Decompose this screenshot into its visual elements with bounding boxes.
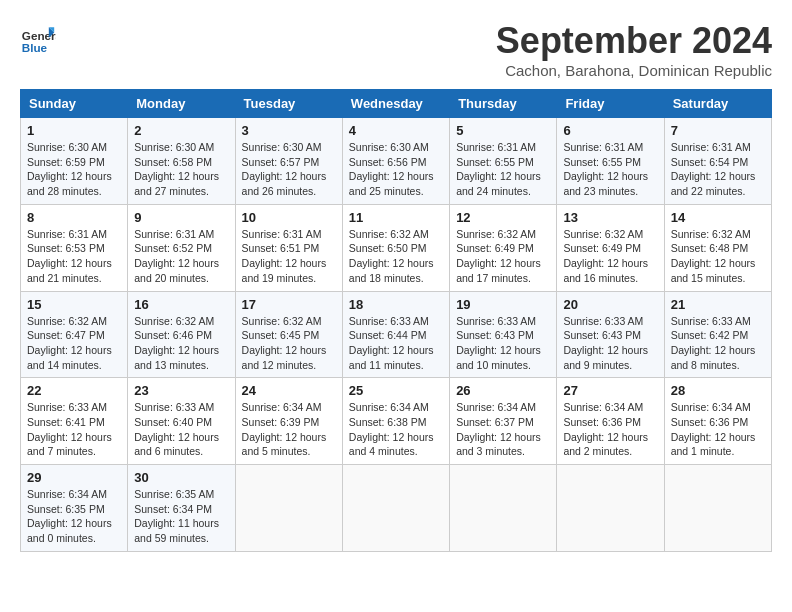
day-number: 9 [134, 210, 228, 225]
day-number: 15 [27, 297, 121, 312]
day-number: 24 [242, 383, 336, 398]
calendar-cell: 18Sunrise: 6:33 AM Sunset: 6:44 PM Dayli… [342, 291, 449, 378]
calendar-cell: 7Sunrise: 6:31 AM Sunset: 6:54 PM Daylig… [664, 118, 771, 205]
day-number: 26 [456, 383, 550, 398]
calendar-cell: 16Sunrise: 6:32 AM Sunset: 6:46 PM Dayli… [128, 291, 235, 378]
day-number: 11 [349, 210, 443, 225]
logo-icon: General Blue [20, 20, 56, 56]
day-number: 28 [671, 383, 765, 398]
calendar-table: SundayMondayTuesdayWednesdayThursdayFrid… [20, 89, 772, 552]
calendar-cell: 8Sunrise: 6:31 AM Sunset: 6:53 PM Daylig… [21, 204, 128, 291]
calendar-cell: 10Sunrise: 6:31 AM Sunset: 6:51 PM Dayli… [235, 204, 342, 291]
day-info: Sunrise: 6:30 AM Sunset: 6:58 PM Dayligh… [134, 140, 228, 199]
calendar-cell: 5Sunrise: 6:31 AM Sunset: 6:55 PM Daylig… [450, 118, 557, 205]
day-number: 6 [563, 123, 657, 138]
calendar-cell: 24Sunrise: 6:34 AM Sunset: 6:39 PM Dayli… [235, 378, 342, 465]
day-info: Sunrise: 6:31 AM Sunset: 6:55 PM Dayligh… [563, 140, 657, 199]
logo: General Blue [20, 20, 56, 56]
day-number: 10 [242, 210, 336, 225]
day-info: Sunrise: 6:34 AM Sunset: 6:36 PM Dayligh… [563, 400, 657, 459]
calendar-cell: 9Sunrise: 6:31 AM Sunset: 6:52 PM Daylig… [128, 204, 235, 291]
day-number: 2 [134, 123, 228, 138]
day-info: Sunrise: 6:33 AM Sunset: 6:41 PM Dayligh… [27, 400, 121, 459]
day-number: 13 [563, 210, 657, 225]
day-info: Sunrise: 6:34 AM Sunset: 6:39 PM Dayligh… [242, 400, 336, 459]
day-info: Sunrise: 6:30 AM Sunset: 6:56 PM Dayligh… [349, 140, 443, 199]
day-number: 21 [671, 297, 765, 312]
svg-text:Blue: Blue [22, 41, 48, 54]
day-number: 12 [456, 210, 550, 225]
day-info: Sunrise: 6:33 AM Sunset: 6:42 PM Dayligh… [671, 314, 765, 373]
calendar-cell [342, 465, 449, 552]
calendar-cell: 22Sunrise: 6:33 AM Sunset: 6:41 PM Dayli… [21, 378, 128, 465]
calendar-cell: 23Sunrise: 6:33 AM Sunset: 6:40 PM Dayli… [128, 378, 235, 465]
day-info: Sunrise: 6:31 AM Sunset: 6:53 PM Dayligh… [27, 227, 121, 286]
calendar-cell: 11Sunrise: 6:32 AM Sunset: 6:50 PM Dayli… [342, 204, 449, 291]
calendar-cell: 6Sunrise: 6:31 AM Sunset: 6:55 PM Daylig… [557, 118, 664, 205]
day-info: Sunrise: 6:35 AM Sunset: 6:34 PM Dayligh… [134, 487, 228, 546]
weekday-header-friday: Friday [557, 90, 664, 118]
calendar-cell [450, 465, 557, 552]
day-info: Sunrise: 6:30 AM Sunset: 6:57 PM Dayligh… [242, 140, 336, 199]
month-title: September 2024 [496, 20, 772, 62]
day-number: 16 [134, 297, 228, 312]
day-info: Sunrise: 6:32 AM Sunset: 6:50 PM Dayligh… [349, 227, 443, 286]
day-number: 5 [456, 123, 550, 138]
day-number: 23 [134, 383, 228, 398]
day-number: 29 [27, 470, 121, 485]
calendar-week-row: 15Sunrise: 6:32 AM Sunset: 6:47 PM Dayli… [21, 291, 772, 378]
day-info: Sunrise: 6:34 AM Sunset: 6:36 PM Dayligh… [671, 400, 765, 459]
day-number: 20 [563, 297, 657, 312]
weekday-header-sunday: Sunday [21, 90, 128, 118]
calendar-cell: 30Sunrise: 6:35 AM Sunset: 6:34 PM Dayli… [128, 465, 235, 552]
calendar-cell: 28Sunrise: 6:34 AM Sunset: 6:36 PM Dayli… [664, 378, 771, 465]
calendar-cell: 13Sunrise: 6:32 AM Sunset: 6:49 PM Dayli… [557, 204, 664, 291]
calendar-cell [664, 465, 771, 552]
day-info: Sunrise: 6:31 AM Sunset: 6:55 PM Dayligh… [456, 140, 550, 199]
day-number: 30 [134, 470, 228, 485]
calendar-cell: 19Sunrise: 6:33 AM Sunset: 6:43 PM Dayli… [450, 291, 557, 378]
day-info: Sunrise: 6:34 AM Sunset: 6:37 PM Dayligh… [456, 400, 550, 459]
day-info: Sunrise: 6:31 AM Sunset: 6:52 PM Dayligh… [134, 227, 228, 286]
day-info: Sunrise: 6:34 AM Sunset: 6:35 PM Dayligh… [27, 487, 121, 546]
calendar-cell: 25Sunrise: 6:34 AM Sunset: 6:38 PM Dayli… [342, 378, 449, 465]
calendar-cell: 29Sunrise: 6:34 AM Sunset: 6:35 PM Dayli… [21, 465, 128, 552]
day-number: 1 [27, 123, 121, 138]
weekday-header-row: SundayMondayTuesdayWednesdayThursdayFrid… [21, 90, 772, 118]
calendar-cell [557, 465, 664, 552]
day-number: 18 [349, 297, 443, 312]
day-number: 17 [242, 297, 336, 312]
day-number: 27 [563, 383, 657, 398]
day-info: Sunrise: 6:32 AM Sunset: 6:46 PM Dayligh… [134, 314, 228, 373]
weekday-header-wednesday: Wednesday [342, 90, 449, 118]
weekday-header-monday: Monday [128, 90, 235, 118]
day-info: Sunrise: 6:32 AM Sunset: 6:45 PM Dayligh… [242, 314, 336, 373]
day-info: Sunrise: 6:32 AM Sunset: 6:49 PM Dayligh… [563, 227, 657, 286]
calendar-cell: 14Sunrise: 6:32 AM Sunset: 6:48 PM Dayli… [664, 204, 771, 291]
calendar-week-row: 22Sunrise: 6:33 AM Sunset: 6:41 PM Dayli… [21, 378, 772, 465]
calendar-cell [235, 465, 342, 552]
location-title: Cachon, Barahona, Dominican Republic [496, 62, 772, 79]
day-info: Sunrise: 6:32 AM Sunset: 6:48 PM Dayligh… [671, 227, 765, 286]
day-info: Sunrise: 6:33 AM Sunset: 6:43 PM Dayligh… [563, 314, 657, 373]
calendar-cell: 3Sunrise: 6:30 AM Sunset: 6:57 PM Daylig… [235, 118, 342, 205]
day-number: 25 [349, 383, 443, 398]
day-number: 22 [27, 383, 121, 398]
calendar-week-row: 29Sunrise: 6:34 AM Sunset: 6:35 PM Dayli… [21, 465, 772, 552]
page-header: General Blue September 2024 Cachon, Bara… [20, 20, 772, 79]
calendar-cell: 1Sunrise: 6:30 AM Sunset: 6:59 PM Daylig… [21, 118, 128, 205]
day-number: 14 [671, 210, 765, 225]
day-info: Sunrise: 6:31 AM Sunset: 6:51 PM Dayligh… [242, 227, 336, 286]
weekday-header-tuesday: Tuesday [235, 90, 342, 118]
calendar-cell: 26Sunrise: 6:34 AM Sunset: 6:37 PM Dayli… [450, 378, 557, 465]
title-section: September 2024 Cachon, Barahona, Dominic… [496, 20, 772, 79]
day-info: Sunrise: 6:34 AM Sunset: 6:38 PM Dayligh… [349, 400, 443, 459]
day-info: Sunrise: 6:32 AM Sunset: 6:47 PM Dayligh… [27, 314, 121, 373]
calendar-cell: 12Sunrise: 6:32 AM Sunset: 6:49 PM Dayli… [450, 204, 557, 291]
day-number: 8 [27, 210, 121, 225]
calendar-cell: 4Sunrise: 6:30 AM Sunset: 6:56 PM Daylig… [342, 118, 449, 205]
calendar-week-row: 8Sunrise: 6:31 AM Sunset: 6:53 PM Daylig… [21, 204, 772, 291]
calendar-cell: 2Sunrise: 6:30 AM Sunset: 6:58 PM Daylig… [128, 118, 235, 205]
day-number: 3 [242, 123, 336, 138]
calendar-week-row: 1Sunrise: 6:30 AM Sunset: 6:59 PM Daylig… [21, 118, 772, 205]
